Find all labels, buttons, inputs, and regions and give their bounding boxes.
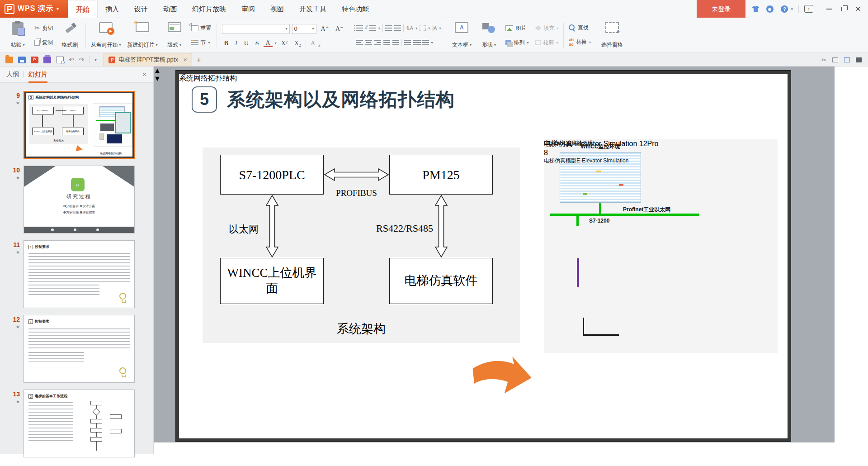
diagram-box-wincc[interactable]: WINCC上位机界面 xyxy=(220,258,324,304)
quickbar-more-icon[interactable]: ▾ xyxy=(94,58,96,62)
undo-icon[interactable]: ↶ xyxy=(69,57,74,63)
start-from-current-button[interactable]: 从当前开始▾ xyxy=(88,20,124,51)
chevron-down-icon[interactable]: ▾ xyxy=(415,26,417,30)
slide-canvas[interactable]: 5 系统架构以及网络拓扑结构 S7-1200PLC PM125 WINCC上位机… xyxy=(154,67,835,442)
new-document-tab-button[interactable]: + xyxy=(192,56,205,66)
document-tab[interactable]: P 电梯答辩PPT定稿.pptx ✕ xyxy=(104,53,192,66)
share-window-icon[interactable]: ↑ xyxy=(804,5,813,14)
underline-button[interactable]: U xyxy=(242,40,251,47)
shrink-font-button[interactable]: A⁻ xyxy=(333,25,346,33)
menu-tab-home[interactable]: 开始 xyxy=(68,0,98,18)
arrange-button[interactable]: 排列▾ xyxy=(503,38,531,48)
replace-button[interactable]: abac替换▾ xyxy=(566,37,594,48)
restore-button[interactable] xyxy=(839,5,848,14)
text-box-button[interactable]: A 文本框▾ xyxy=(448,20,475,51)
weibo-icon[interactable] xyxy=(765,5,774,14)
diagram-box-plc[interactable]: S7-1200PLC xyxy=(220,155,324,195)
paste-button[interactable]: 粘贴▾ xyxy=(5,20,31,51)
picture-button[interactable]: 图片 xyxy=(503,24,531,33)
slide-thumbnail-11[interactable]: 1 控制要求 xyxy=(24,240,135,308)
distribute-button[interactable] xyxy=(392,40,399,45)
close-button[interactable]: ✕ xyxy=(854,5,863,14)
menu-tab-design[interactable]: 设计 xyxy=(127,0,156,18)
new-slide-button[interactable]: 新建幻灯片▾ xyxy=(125,20,160,51)
menu-tab-review[interactable]: 审阅 xyxy=(234,0,263,18)
tabbar-tool-icon-4[interactable] xyxy=(856,57,862,62)
app-logo[interactable]: P WPS 演示 ▾ xyxy=(0,0,68,18)
text-direction-button[interactable]: ⇅A xyxy=(406,25,414,31)
login-button[interactable]: 未登录 xyxy=(697,0,745,18)
slide-number-badge[interactable]: 5 xyxy=(192,86,217,113)
open-file-icon[interactable] xyxy=(5,57,13,63)
close-document-icon[interactable]: ✕ xyxy=(183,57,187,63)
menu-tab-animation[interactable]: 动画 xyxy=(156,0,184,18)
chevron-down-icon[interactable]: ▾ xyxy=(275,41,277,45)
section-button[interactable]: 节▾ xyxy=(189,38,214,48)
export-pdf-icon[interactable]: P xyxy=(31,57,38,63)
panel-close-icon[interactable]: ✕ xyxy=(142,71,147,78)
spacing-options-button[interactable] xyxy=(422,40,429,45)
shapes-button[interactable]: 形状▾ xyxy=(476,20,502,51)
layout-button[interactable]: 版式▾ xyxy=(161,20,188,51)
decrease-indent-button[interactable] xyxy=(385,25,392,31)
tab-outline[interactable]: 大纲 xyxy=(6,71,19,79)
char-direction-button[interactable]: |A xyxy=(432,25,437,31)
subscript-button[interactable]: X₂ xyxy=(292,40,303,47)
menu-tab-slideshow[interactable]: 幻灯片放映 xyxy=(184,0,234,18)
tab-slides[interactable]: 幻灯片 xyxy=(28,71,47,79)
architecture-diagram[interactable]: S7-1200PLC PM125 WINCC上位机界面 电梯仿真软件 PROFI… xyxy=(203,147,520,343)
increase-indent-button[interactable] xyxy=(394,25,401,31)
outline-button[interactable]: 轮廓▾ xyxy=(532,38,561,48)
align-right-button[interactable] xyxy=(374,40,381,45)
menu-tab-devtools[interactable]: 开发工具 xyxy=(292,0,334,18)
superscript-button[interactable]: X² xyxy=(279,40,290,47)
bold-button[interactable]: B xyxy=(222,40,231,47)
slide-title[interactable]: 系统架构以及网络拓扑结构 xyxy=(227,86,455,113)
cut-button[interactable]: ✂剪切 xyxy=(32,23,56,33)
print-icon[interactable] xyxy=(43,57,51,63)
help-icon[interactable]: ? xyxy=(780,5,789,14)
menu-tab-special[interactable]: 特色功能 xyxy=(334,0,377,18)
numbered-list-button[interactable] xyxy=(369,25,376,31)
bullet-list-button[interactable] xyxy=(356,25,363,31)
clear-format-button[interactable]: A xyxy=(308,40,317,47)
text-frame-button[interactable] xyxy=(420,25,426,31)
align-center-button[interactable] xyxy=(365,40,372,45)
font-size-select[interactable]: 0▾ xyxy=(292,24,316,34)
topology-figure[interactable]: WinCC监控环境 Profinet工业以太网 S7-1200 Profibus… xyxy=(544,139,778,353)
fill-button[interactable]: 填充▾ xyxy=(532,24,561,33)
tabbar-tool-icon-3[interactable] xyxy=(844,57,850,62)
italic-button[interactable]: I xyxy=(233,40,240,47)
selection-pane-button[interactable]: 选择窗格 xyxy=(599,20,626,51)
format-painter-button[interactable]: 格式刷 xyxy=(57,20,83,51)
find-button[interactable]: 查找 xyxy=(566,23,594,33)
minimize-button[interactable] xyxy=(825,5,834,14)
print-preview-icon[interactable] xyxy=(56,57,64,63)
slide-thumbnail-13[interactable]: 2 电梯的基本工作流程 xyxy=(24,390,135,457)
line-spacing-button[interactable] xyxy=(404,40,411,45)
help-caret-icon[interactable]: ▾ xyxy=(791,7,793,11)
strikethrough-button[interactable]: S xyxy=(253,40,261,47)
chevron-down-icon[interactable]: ▾ xyxy=(378,26,380,30)
redo-icon[interactable]: ↷ xyxy=(79,57,85,63)
menu-tab-insert[interactable]: 插入 xyxy=(98,0,127,18)
grow-font-button[interactable]: A⁺ xyxy=(319,25,331,33)
tabbar-tool-icon-2[interactable] xyxy=(832,57,838,62)
orange-arrow-shape[interactable] xyxy=(467,349,537,402)
menu-tab-view[interactable]: 视图 xyxy=(263,0,292,18)
slide-thumbnail-10[interactable]: ⌕ 研究过程 ❶分析要求 ❷设计方案 ❸方案实施 ❹研究成果 xyxy=(24,166,135,233)
font-color-button[interactable]: A xyxy=(264,40,273,47)
topology-caption[interactable]: 系统网络拓扑结构 xyxy=(179,74,788,83)
chevron-down-icon[interactable]: ▾ xyxy=(431,41,433,45)
chevron-down-icon[interactable]: ▾ xyxy=(428,26,430,30)
diagram-box-pm125[interactable]: PM125 xyxy=(389,155,493,195)
para-spacing-button[interactable] xyxy=(413,40,420,45)
font-name-select[interactable]: ▾ xyxy=(222,24,290,34)
copy-button[interactable]: 复制 xyxy=(32,38,56,48)
save-icon[interactable] xyxy=(18,57,26,63)
justify-button[interactable] xyxy=(383,40,390,45)
tabbar-tool-icon-1[interactable]: ✂ xyxy=(821,57,826,63)
skin-icon[interactable] xyxy=(751,5,760,14)
current-slide[interactable]: 5 系统架构以及网络拓扑结构 S7-1200PLC PM125 WINCC上位机… xyxy=(176,71,791,442)
align-left-button[interactable] xyxy=(356,40,363,45)
